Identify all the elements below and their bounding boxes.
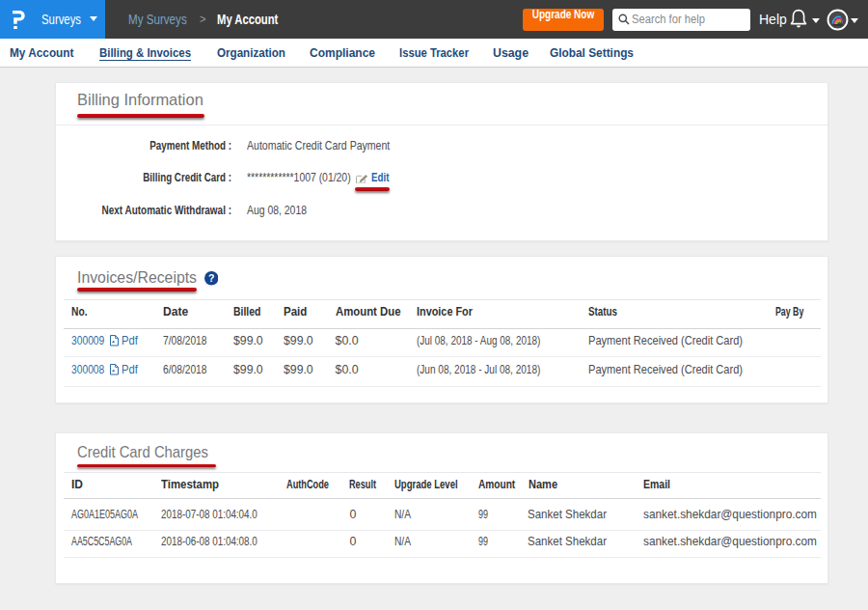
svg-text:?: ? [208, 272, 214, 284]
